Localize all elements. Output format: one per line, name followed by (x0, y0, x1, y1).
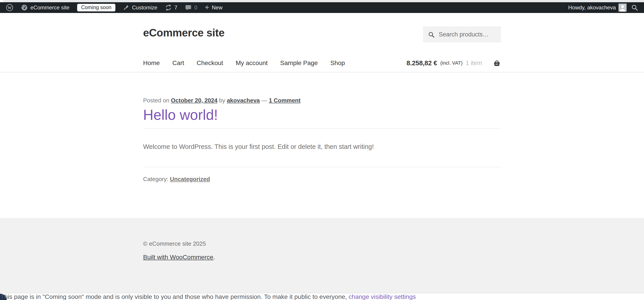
admin-bar-my-account[interactable]: Howdy, akovacheva (568, 4, 626, 12)
howdy-text: Howdy, akovacheva (568, 4, 616, 11)
search-icon (631, 4, 638, 11)
post-content: Welcome to WordPress. This is your first… (143, 129, 501, 151)
site-title[interactable]: eCommerce site (143, 26, 224, 39)
wp-admin-bar: W eCommerce site Coming soon Customize (0, 2, 644, 13)
admin-bar-search[interactable] (631, 4, 638, 11)
meta-separator: — (262, 97, 267, 104)
header-divider (0, 72, 644, 72)
notice-text: This page is in "Coming soon" mode and i… (0, 293, 347, 300)
customize-label: Customize (132, 4, 157, 11)
coming-soon-badge: Coming soon (77, 4, 116, 12)
change-visibility-settings-link[interactable]: change visibility settings (348, 293, 416, 300)
category-link[interactable]: Uncategorized (170, 176, 210, 182)
main-content: Posted on October 20, 2024 by akovacheva… (143, 96, 501, 183)
comment-bubble-icon (185, 4, 192, 11)
basket-icon (493, 59, 501, 67)
top-strip (0, 0, 644, 2)
header-cart-link[interactable]: 8.258,82 € (incl. VAT) 1 item (406, 59, 501, 67)
cart-total: 8.258,82 € (406, 60, 437, 67)
site-icon-gauge (21, 4, 28, 11)
category-label: Category: (143, 176, 168, 182)
post-author-link[interactable]: akovacheva (227, 97, 260, 104)
admin-bar-customize[interactable]: Customize (123, 4, 157, 11)
admin-bar-updates[interactable]: 7 (165, 4, 177, 11)
site-header: eCommerce site (143, 13, 501, 42)
search-input[interactable] (423, 26, 501, 42)
product-search (423, 26, 501, 42)
nav-item-my-account[interactable]: My account (236, 60, 268, 66)
cart-vat-label: (incl. VAT) (440, 60, 462, 66)
post-title[interactable]: Hello world! (143, 106, 501, 124)
built-with-suffix: . (213, 254, 215, 261)
update-count: 7 (174, 4, 177, 11)
new-label: New (212, 4, 222, 11)
post-meta: Posted on October 20, 2024 by akovacheva… (143, 96, 501, 104)
comment-count-link[interactable]: 1 Comment (269, 97, 300, 104)
by-label: by (219, 97, 225, 104)
search-icon (428, 31, 435, 38)
update-icon (165, 4, 172, 11)
coming-soon-notice-bar: This page is in "Coming soon" mode and i… (0, 293, 644, 300)
post-category-row: Category: Uncategorized (143, 176, 501, 183)
nav-item-shop[interactable]: Shop (330, 60, 345, 66)
avatar (618, 4, 626, 12)
admin-bar-site-menu[interactable]: eCommerce site (21, 4, 70, 11)
nav-item-checkout[interactable]: Checkout (197, 60, 223, 66)
wordpress-logo-icon[interactable]: W (6, 4, 14, 12)
primary-navigation: Home Cart Checkout My account Sample Pag… (143, 59, 501, 67)
nav-item-cart[interactable]: Cart (172, 60, 184, 66)
built-with-row: Built with WooCommerce. (143, 253, 501, 261)
top-left-corner (0, 0, 3, 2)
built-with-link[interactable]: Built with WooCommerce (143, 254, 213, 261)
copyright-text: © eCommerce site 2025 (143, 240, 501, 248)
wordpress-logo-icon: W (6, 4, 14, 12)
post-content-divider (143, 167, 501, 167)
plus-icon: + (205, 4, 209, 10)
nav-item-sample-page[interactable]: Sample Page (280, 60, 318, 66)
site-footer: © eCommerce site 2025 Built with WooComm… (0, 218, 644, 293)
paintbrush-icon (123, 4, 129, 11)
post-date-link[interactable]: October 20, 2024 (171, 97, 217, 104)
admin-bar-comments[interactable]: 0 (185, 4, 197, 11)
admin-bar-site-name: eCommerce site (30, 4, 70, 11)
admin-bar-new[interactable]: + New (205, 4, 222, 11)
posted-on-label: Posted on (143, 97, 169, 104)
cart-item-count: 1 item (466, 60, 482, 66)
comment-count: 0 (194, 4, 197, 11)
nav-item-home[interactable]: Home (143, 60, 160, 66)
svg-text:W: W (8, 5, 12, 10)
